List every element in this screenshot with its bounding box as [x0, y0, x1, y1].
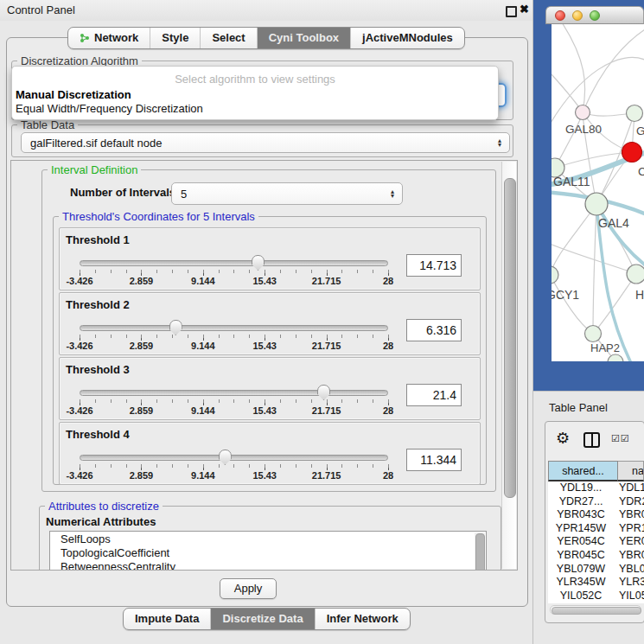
threshold-4-slider-thumb[interactable] — [219, 450, 232, 465]
network-icon — [80, 33, 90, 43]
table-row[interactable]: YER054CYER054C — [548, 535, 644, 549]
column-header-name[interactable]: name — [618, 461, 644, 481]
label-gal4: GAL4 — [598, 216, 629, 230]
thresholds-group-title: Threshold's Coordinates for 5 Intervals — [59, 210, 258, 223]
threshold-1-slider-track[interactable] — [80, 260, 388, 266]
node-gcy1[interactable] — [552, 266, 558, 284]
node-green[interactable] — [608, 354, 623, 361]
list-item[interactable]: TopologicalCoefficient — [50, 545, 486, 559]
threshold-4-panel: Threshold 4 -3.426 2.859 9.144 15.43 21.… — [59, 422, 481, 485]
tab-discretize-data[interactable]: Discretize Data — [210, 609, 314, 629]
table-data-combobox[interactable]: galFiltered.sif default node ▴▾ — [21, 132, 510, 153]
tick-marks — [80, 399, 389, 403]
column-header-shared-name[interactable]: shared... — [548, 461, 618, 481]
scrollbar-thumb[interactable] — [552, 607, 641, 615]
table-row[interactable]: YDR27...YDR27... — [548, 495, 644, 509]
settings-scrollbar-track[interactable] — [501, 162, 516, 569]
apply-button[interactable]: Apply — [220, 578, 277, 599]
numerical-attributes-label: Numerical Attributes — [46, 515, 156, 528]
node-green[interactable] — [627, 105, 643, 122]
zoom-window-icon[interactable] — [590, 10, 600, 21]
list-scrollbar[interactable] — [475, 532, 485, 571]
tab-network[interactable]: Network — [68, 28, 150, 48]
list-item[interactable]: BetweennessCentrality — [50, 559, 486, 571]
table-body: YDL19...YDL19... YDR27...YDR27... YBR043… — [548, 481, 644, 603]
table-panel-title: Table Panel — [549, 401, 608, 414]
node-gal4[interactable] — [585, 193, 608, 215]
select-columns-icon[interactable]: ☑☑ — [611, 433, 630, 444]
screen: Control Panel ✖ Network Style Select Cyn… — [0, 0, 644, 644]
split-view-icon[interactable] — [583, 432, 600, 448]
control-panel-window: Control Panel ✖ Network Style Select Cyn… — [0, 0, 533, 644]
dropdown-option-equal-width-frequency[interactable]: Equal Width/Frequency Discretization — [16, 102, 203, 115]
threshold-2-value-field[interactable] — [406, 319, 462, 341]
network-graph: GAL80 GA C GAL11 GAL4 GCY1 H HAP2 — [552, 24, 644, 361]
network-canvas[interactable]: GAL80 GA C GAL11 GAL4 GCY1 H HAP2 — [552, 24, 644, 361]
list-item[interactable]: SelfLoops — [50, 532, 486, 545]
label-gcy1: GCY1 — [552, 288, 579, 302]
threshold-4-value-field[interactable] — [406, 449, 462, 471]
network-window-titlebar[interactable] — [545, 6, 644, 24]
table-row[interactable]: YBR045CYBR045C — [548, 549, 644, 563]
table-data-value: galFiltered.sif default node — [30, 137, 162, 150]
threshold-3-value-field[interactable] — [406, 384, 462, 406]
table-row[interactable]: YBL079WYBL079W — [548, 563, 644, 577]
combo-spinner-icon: ▴▾ — [391, 189, 394, 198]
combo-spinner-icon: ▴▾ — [498, 138, 501, 147]
table-row[interactable]: YIL052CYIL052C — [548, 590, 644, 603]
dropdown-option-manual-discretization[interactable]: Manual Discretization — [16, 88, 131, 101]
settings-scrollbar-thumb[interactable] — [504, 178, 516, 498]
node-green[interactable] — [627, 265, 644, 284]
control-panel-titlebar: Control Panel ✖ — [0, 0, 532, 21]
num-intervals-combobox[interactable]: 5 ▴▾ — [171, 182, 403, 205]
tick-labels: -3.426 2.859 9.144 15.43 21.715 28 — [80, 341, 388, 351]
minimize-window-icon[interactable] — [572, 10, 583, 21]
network-nodes[interactable] — [552, 105, 644, 362]
tab-select[interactable]: Select — [200, 28, 256, 48]
tick-marks — [80, 464, 389, 468]
threshold-1-slider-thumb[interactable] — [252, 255, 265, 271]
num-intervals-label: Number of Intervals — [70, 186, 175, 199]
table-row[interactable]: YLR345WYLR345W — [548, 576, 644, 590]
tick-labels: -3.426 2.859 9.144 15.43 21.715 28 — [80, 470, 388, 481]
tab-style[interactable]: Style — [150, 28, 200, 48]
tab-jactivemnodules[interactable]: jActiveMNodules — [350, 28, 464, 48]
threshold-3-slider-track[interactable] — [80, 390, 388, 396]
table-data-group-title: Table Data — [17, 118, 78, 131]
top-tab-bar: Network Style Select Cyni Toolbox jActiv… — [67, 27, 465, 49]
threshold-3-panel: Threshold 3 -3.426 2.859 9.144 15.43 21.… — [59, 357, 481, 420]
close-icon[interactable]: ✖ — [520, 3, 529, 16]
num-intervals-value: 5 — [181, 188, 187, 201]
table-card: ⚙ ☑☑ shared... name YDL19...YDL19... YDR… — [545, 421, 644, 623]
table-row[interactable]: YBR043CYBR043C — [548, 508, 644, 522]
threshold-4-slider-track[interactable] — [80, 455, 388, 461]
gear-icon[interactable]: ⚙ — [556, 429, 570, 448]
table-row[interactable]: YPR145WYPR145W — [548, 522, 644, 536]
table-horizontal-scrollbar[interactable] — [550, 605, 641, 615]
threshold-3-slider-thumb[interactable] — [317, 385, 330, 400]
tab-impute-data[interactable]: Impute Data — [124, 609, 210, 629]
bottom-tab-bar: Impute Data Discretize Data Infer Networ… — [123, 608, 411, 630]
table-row[interactable]: YDL19...YDL19... — [548, 481, 644, 495]
label-hap2: HAP2 — [590, 341, 620, 354]
close-window-icon[interactable] — [555, 10, 565, 21]
label-partial-c: C — [638, 165, 644, 178]
threshold-1-label: Threshold 1 — [66, 233, 130, 246]
threshold-4-label: Threshold 4 — [66, 428, 130, 441]
tab-cyni-toolbox[interactable]: Cyni Toolbox — [257, 28, 350, 48]
tab-infer-network[interactable]: Infer Network — [315, 609, 410, 629]
tick-marks — [80, 270, 389, 273]
attributes-list: SelfLoops TopologicalCoefficient Between… — [49, 531, 487, 571]
tab-network-label: Network — [94, 31, 138, 44]
float-panel-icon[interactable] — [506, 6, 517, 17]
interval-definition-title: Interval Definition — [48, 163, 141, 176]
node-hap2[interactable] — [585, 326, 602, 342]
threshold-2-slider-track[interactable] — [80, 325, 388, 331]
threshold-1-value-field[interactable] — [406, 254, 462, 277]
label-gal11: GAL11 — [553, 175, 590, 188]
node-pink[interactable] — [576, 105, 590, 120]
node-red-selected[interactable] — [622, 143, 642, 163]
threshold-2-slider-thumb[interactable] — [169, 320, 182, 335]
algorithm-dropdown-popup: Select algorithm to view settings Manual… — [11, 66, 499, 120]
table-panel: Table Panel ⚙ ☑☑ shared... name YDL19...… — [533, 391, 644, 644]
